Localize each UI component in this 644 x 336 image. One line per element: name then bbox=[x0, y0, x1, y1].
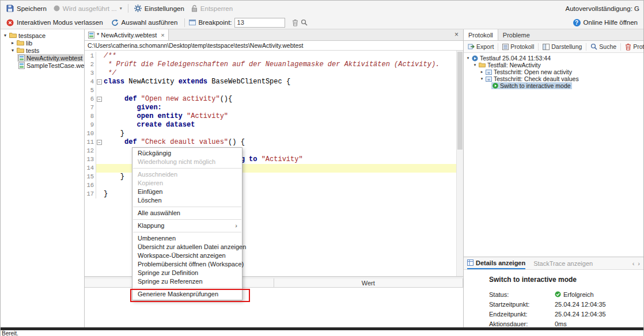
scrollbar-thumb[interactable] bbox=[457, 52, 463, 150]
settings-label: Einstellungen bbox=[145, 5, 184, 12]
log-item-testlauf[interactable]: ▾ Testlauf 25.04.24 11:53:44 bbox=[464, 55, 643, 62]
tab-stacktrace-anzeigen[interactable]: StackTrace anzeigen bbox=[533, 257, 593, 269]
context-menu-item[interactable]: Rückgängig bbox=[132, 149, 242, 158]
tab-protokoll[interactable]: Protokoll bbox=[464, 29, 498, 40]
export-button[interactable]: Export bbox=[466, 43, 495, 51]
run-toolbar: Interaktiven Modus verlassen Auswahl aus… bbox=[1, 16, 643, 29]
context-menu: RückgängigWiederholung nicht möglichAuss… bbox=[132, 147, 243, 300]
dropdown-caret-icon[interactable]: ▾ bbox=[120, 6, 122, 11]
code-line[interactable]: 1/** bbox=[85, 52, 456, 60]
tab-probleme[interactable]: Probleme bbox=[498, 29, 535, 40]
log-item-label: Testfall: NewActivity bbox=[487, 62, 541, 68]
context-menu-item[interactable]: Generiere Maskenprüfungen bbox=[132, 290, 242, 299]
context-menu-item[interactable]: Problemübersicht öffnen (Workspace) bbox=[132, 260, 242, 269]
log-item-teststep-1[interactable]: ▸ wTestschritt: Open new activity bbox=[464, 68, 643, 75]
context-menu-item[interactable]: Löschen bbox=[132, 196, 242, 205]
collapse-arrow-icon[interactable]: ▾ bbox=[465, 55, 471, 61]
protokoll-button[interactable]: Protokoll bbox=[501, 43, 536, 51]
line-number: 14 bbox=[85, 164, 96, 173]
expand-arrow-icon[interactable]: ▸ bbox=[479, 69, 484, 75]
code-line[interactable]: 4−class NewActivity extends BaseWebClien… bbox=[85, 78, 456, 86]
context-menu-item[interactable]: Klappung› bbox=[132, 222, 242, 230]
log-item-testfall[interactable]: ▾ Testfall: NewActivity bbox=[464, 62, 643, 68]
tree-item-lib[interactable]: ▸ lib bbox=[1, 39, 84, 47]
context-menu-item[interactable]: Springe zu Referenzen bbox=[132, 277, 242, 286]
nav-next-icon[interactable]: › bbox=[638, 260, 640, 267]
fold-toggle-icon[interactable]: − bbox=[96, 95, 103, 104]
folder-icon bbox=[9, 32, 17, 39]
code-line[interactable]: 11− def "Check deault values"() { bbox=[85, 138, 456, 147]
tab-details-anzeigen[interactable]: Details anzeigen bbox=[467, 257, 525, 269]
clear-log-icon bbox=[625, 43, 631, 51]
darstellung-button[interactable]: Darstellung bbox=[541, 43, 584, 51]
tree-item-label: NewActivity.webtest bbox=[26, 55, 82, 62]
online-help-button[interactable]: ? Online Hilfe öffnen bbox=[570, 18, 641, 28]
success-icon bbox=[555, 291, 561, 297]
context-menu-item[interactable]: Umbenennen bbox=[132, 234, 242, 243]
trash-icon[interactable] bbox=[292, 19, 298, 26]
code-line[interactable]: 6− def "Open new activity"(){ bbox=[85, 95, 456, 104]
tree-item-testspace[interactable]: ▾ testspace bbox=[1, 32, 84, 39]
collapse-arrow-icon[interactable]: ▾ bbox=[10, 48, 16, 54]
clear-log-label: Protokoll leeren bbox=[633, 43, 644, 50]
collapse-arrow-icon[interactable]: ▾ bbox=[2, 33, 8, 39]
variables-column-wert[interactable]: Wert bbox=[274, 278, 464, 287]
suche-button[interactable]: Suche bbox=[589, 43, 618, 51]
log-item-switch-interactive[interactable]: Switch to interactive mode bbox=[464, 82, 643, 89]
context-menu-item[interactable]: Einfügen bbox=[132, 188, 242, 196]
inspect-magnifier-icon[interactable] bbox=[301, 19, 308, 26]
run-selection-button[interactable]: Auswahl ausführen bbox=[108, 18, 181, 28]
code-line[interactable]: 10 } bbox=[85, 129, 456, 138]
tree-item-label: lib bbox=[26, 40, 32, 47]
code-text: /** bbox=[103, 52, 456, 60]
fold-gutter bbox=[96, 173, 103, 181]
code-text: open entity "Activity" bbox=[103, 112, 456, 121]
fold-toggle-icon[interactable]: − bbox=[96, 138, 103, 147]
save-button[interactable]: Speichern bbox=[3, 3, 50, 13]
tree-item-newactivity[interactable]: NewActivity.webtest bbox=[1, 54, 84, 62]
tab-newactivity[interactable]: * NewActivity.webtest × bbox=[85, 29, 169, 40]
folder-icon bbox=[17, 40, 24, 46]
line-number: 17 bbox=[85, 190, 96, 198]
collapse-arrow-icon[interactable]: ▾ bbox=[472, 62, 478, 68]
code-line[interactable]: 2 * Prüft die Feldeigenschaften auf der … bbox=[85, 60, 456, 69]
editor-close-icon[interactable]: × bbox=[450, 29, 463, 40]
context-menu-item[interactable]: Alle auswählen bbox=[132, 209, 242, 217]
layout-icon bbox=[543, 44, 550, 50]
code-line[interactable]: 7 given: bbox=[85, 104, 456, 112]
breakpoint-input[interactable] bbox=[234, 18, 285, 28]
code-line[interactable]: 9 create dataset bbox=[85, 121, 456, 129]
code-line[interactable]: 8 open entity "Activity" bbox=[85, 112, 456, 121]
folder-icon bbox=[17, 47, 24, 54]
code-line[interactable]: 3 */ bbox=[85, 69, 456, 78]
log-item-label: Testschritt: Open new activity bbox=[494, 68, 572, 75]
nav-prev-icon[interactable]: ‹ bbox=[632, 260, 635, 267]
settings-button[interactable]: Einstellungen bbox=[131, 3, 187, 13]
context-menu-item[interactable]: Workspace-Übersicht anzeigen bbox=[132, 251, 242, 260]
running-circle-icon bbox=[54, 5, 60, 12]
leave-interactive-button[interactable]: Interaktiven Modus verlassen bbox=[3, 18, 106, 28]
darstellung-label: Darstellung bbox=[551, 43, 582, 50]
run-selection-icon bbox=[111, 19, 119, 26]
fold-gutter bbox=[96, 164, 103, 173]
protokoll-label: Protokoll bbox=[510, 43, 534, 50]
tree-item-sampletestcase[interactable]: SampleTestCase.webtest bbox=[1, 62, 84, 69]
menu-separator bbox=[133, 168, 241, 169]
expand-arrow-icon[interactable]: ▸ bbox=[10, 40, 16, 46]
autocomplete-status: Autovervollständigung: G bbox=[566, 5, 641, 12]
tree-item-tests[interactable]: ▾ tests bbox=[1, 47, 84, 54]
tab-close-icon[interactable]: × bbox=[161, 32, 164, 39]
code-line[interactable]: 5 bbox=[85, 86, 456, 95]
log-item-teststep-2[interactable]: ▾ wTestschritt: Check deault values bbox=[464, 75, 643, 82]
collapse-arrow-icon[interactable]: ▾ bbox=[479, 76, 484, 82]
fold-toggle-icon[interactable]: − bbox=[96, 78, 103, 86]
context-menu-item[interactable]: Übersicht zur aktuellen Datei anzeigen bbox=[132, 243, 242, 251]
details-label: Startzeitpunkt: bbox=[489, 301, 555, 308]
code-text: def "Open new activity"(){ bbox=[103, 95, 456, 104]
menu-separator bbox=[133, 207, 241, 207]
clear-log-button[interactable]: Protokoll leeren bbox=[623, 43, 644, 51]
details-panel: Details anzeigen StackTrace anzeigen ‹ ›… bbox=[464, 257, 643, 327]
editor-scrollbar[interactable] bbox=[456, 51, 463, 276]
save-label: Speichern bbox=[17, 5, 47, 12]
context-menu-item[interactable]: Springe zur Definition bbox=[132, 269, 242, 277]
